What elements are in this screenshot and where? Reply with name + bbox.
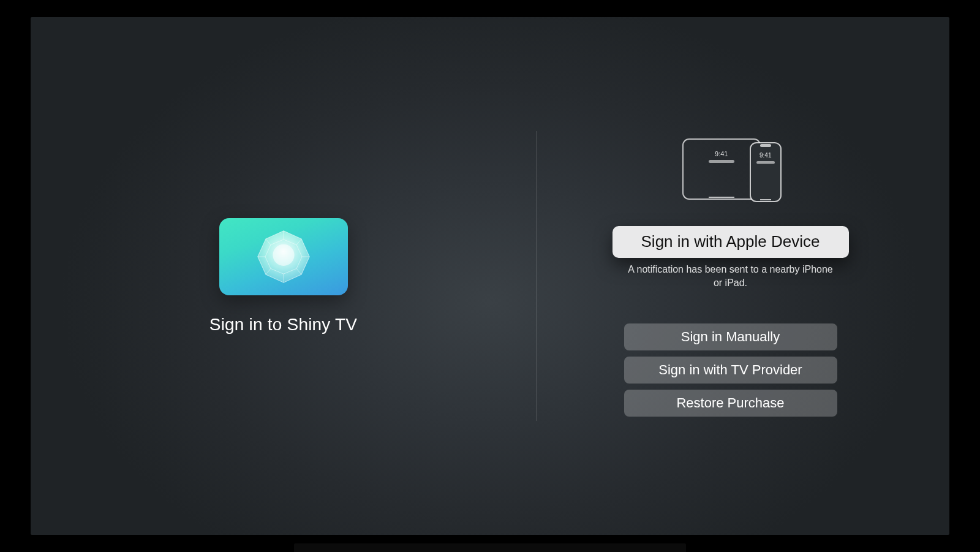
sign-in-apple-device-button[interactable]: Sign in with Apple Device [612,226,849,258]
secondary-action-group: Sign in Manually Sign in with TV Provide… [624,323,837,417]
sign-in-tv-provider-button[interactable]: Sign in with TV Provider [624,357,837,384]
gem-icon [257,230,311,284]
vertical-divider [536,131,537,421]
iphone-time: 9:41 [760,152,772,159]
app-tile-icon [219,218,348,295]
right-pane: 9:41 9:41 Sign in with Apple Device A no… [536,17,949,535]
primary-action-group: Sign in with Apple Device A notification… [612,226,849,289]
svg-rect-11 [683,139,760,199]
svg-rect-13 [709,160,734,163]
devices-illustration: 9:41 9:41 [677,135,785,209]
svg-rect-15 [760,144,771,147]
tv-stand [294,543,686,552]
page-title: Sign in to Shiny TV [209,315,357,335]
svg-point-10 [273,244,294,265]
svg-rect-17 [756,161,775,164]
primary-helper-text: A notification has been sent to a nearby… [627,263,835,289]
ipad-time: 9:41 [715,150,728,157]
left-pane: Sign in to Shiny TV [31,17,536,535]
tv-screen: Sign in to Shiny TV 9:41 9:41 Sign in wi… [31,17,949,535]
restore-purchase-button[interactable]: Restore Purchase [624,390,837,417]
sign-in-manually-button[interactable]: Sign in Manually [624,323,837,350]
